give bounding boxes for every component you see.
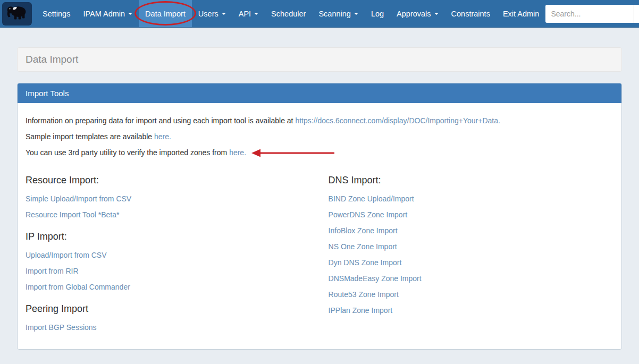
nav-item-log[interactable]: Log — [365, 0, 390, 27]
nav-item-label: Settings — [43, 10, 70, 18]
link-import-bgp-sessions[interactable]: Import BGP Sessions — [26, 319, 97, 335]
docs-url-link[interactable]: https://docs.6connect.com/display/DOC/Im… — [295, 116, 500, 125]
brand-logo[interactable] — [2, 2, 32, 26]
chevron-down-icon — [354, 13, 358, 15]
nav-item-settings[interactable]: Settings — [36, 0, 77, 27]
link-ns-one-zone-import[interactable]: NS One Zone Import — [329, 239, 397, 255]
link-simple-upload-import-csv[interactable]: Simple Upload/Import from CSV — [26, 191, 131, 207]
import-tools-panel: Import Tools Information on preparing da… — [17, 83, 622, 350]
nav-item-label: Exit Admin — [503, 10, 540, 18]
chevron-down-icon — [254, 13, 258, 15]
nav-item-label: IPAM Admin — [83, 10, 125, 18]
panel-header: Import Tools — [18, 83, 621, 103]
info-paragraph: Information on preparing data for import… — [26, 115, 613, 126]
link-upload-import-csv[interactable]: Upload/Import from CSV — [26, 247, 107, 263]
search-group — [545, 5, 639, 23]
elephant-logo-icon — [6, 4, 28, 24]
info-text: You can use 3rd party utility to verify … — [26, 148, 227, 157]
navbar-right — [545, 0, 639, 27]
search-button[interactable] — [634, 5, 639, 23]
link-import-from-rir[interactable]: Import from RIR — [26, 263, 79, 279]
annotation-arrow-icon — [251, 149, 335, 157]
link-resource-import-tool-beta[interactable]: Resource Import Tool *Beta* — [26, 207, 119, 223]
link-route53-zone-import[interactable]: Route53 Zone Import — [329, 286, 399, 302]
nav-item-constraints[interactable]: Constraints — [445, 0, 497, 27]
content-container: Data Import Import Tools Information on … — [17, 47, 622, 350]
chevron-down-icon — [434, 13, 439, 15]
right-column: DNS Import: BIND Zone Upload/Import Powe… — [329, 172, 613, 335]
link-dnsmadeeasy-zone-import[interactable]: DNSMadeEasy Zone Import — [329, 270, 422, 286]
nav-item-label: Data Import — [145, 10, 186, 18]
top-navbar: Settings IPAM Admin Data Import Users AP… — [0, 0, 639, 28]
link-infoblox-zone-import[interactable]: InfoBlox Zone Import — [329, 223, 398, 239]
section-heading-ip-import: IP Import: — [26, 230, 329, 243]
search-input[interactable] — [545, 5, 634, 23]
info-text: Information on preparing data for import… — [26, 116, 293, 125]
nav-item-scanning[interactable]: Scanning — [312, 0, 364, 27]
section-heading-dns-import: DNS Import: — [329, 174, 613, 187]
nav-item-label: Constraints — [451, 10, 490, 18]
nav-item-api[interactable]: API — [232, 0, 265, 27]
panel-body: Information on preparing data for import… — [18, 103, 621, 349]
link-dyn-dns-zone-import[interactable]: Dyn DNS Zone Import — [329, 255, 402, 270]
nav-item-exit-admin[interactable]: Exit Admin — [497, 0, 546, 27]
nav-item-ipam-admin[interactable]: IPAM Admin — [77, 0, 139, 27]
nav-item-approvals[interactable]: Approvals — [390, 0, 444, 27]
nav-item-data-import[interactable]: Data Import — [139, 0, 192, 27]
link-ipplan-zone-import[interactable]: IPPlan Zone Import — [329, 302, 393, 318]
nav-item-label: Users — [198, 10, 218, 18]
panel-header-text: Import Tools — [26, 89, 69, 98]
info-paragraph: You can use 3rd party utility to verify … — [26, 147, 613, 158]
link-import-from-global-commander[interactable]: Import from Global Commander — [26, 279, 130, 295]
nav-item-scheduler[interactable]: Scheduler — [265, 0, 312, 27]
chevron-down-icon — [222, 13, 226, 15]
section-heading-peering-import: Peering Import — [26, 302, 329, 315]
nav-item-label: Scanning — [318, 10, 350, 18]
nav-item-label: Log — [371, 10, 384, 18]
nav-item-label: Scheduler — [271, 10, 306, 18]
left-column: Resource Import: Simple Upload/Import fr… — [26, 172, 329, 335]
page-title: Data Import — [17, 47, 622, 72]
link-bind-zone-upload-import[interactable]: BIND Zone Upload/Import — [329, 191, 414, 207]
nav-item-label: Approvals — [397, 10, 431, 18]
section-heading-resource-import: Resource Import: — [26, 174, 329, 187]
info-paragraph: Sample import templates are available he… — [26, 131, 613, 142]
import-columns: Resource Import: Simple Upload/Import fr… — [26, 172, 613, 335]
nav-item-users[interactable]: Users — [192, 0, 232, 27]
chevron-down-icon — [128, 13, 132, 15]
sample-templates-here-link[interactable]: here. — [154, 132, 171, 141]
main-menu: Settings IPAM Admin Data Import Users AP… — [36, 0, 545, 27]
verify-zones-here-link[interactable]: here. — [229, 148, 246, 157]
info-text: Sample import templates are available — [26, 132, 152, 141]
link-powerdns-zone-import[interactable]: PowerDNS Zone Import — [329, 207, 408, 223]
nav-item-label: API — [239, 10, 251, 18]
page-title-text: Data Import — [26, 54, 78, 65]
